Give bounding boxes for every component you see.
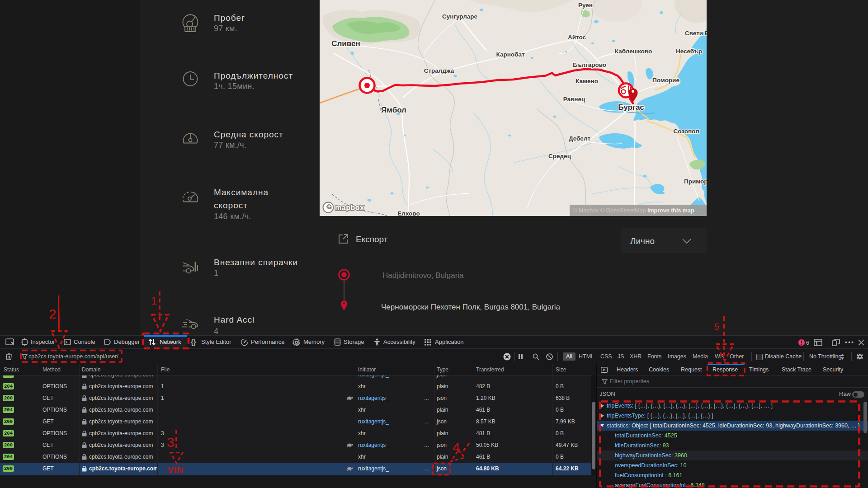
svg-text:Несебър: Несебър: [676, 48, 702, 55]
svg-text:Дебелт: Дебелт: [569, 135, 591, 142]
svg-text:Ямбол: Ямбол: [381, 106, 406, 114]
svg-text:Сливен: Сливен: [331, 39, 360, 48]
svg-text:Приморск: Приморск: [684, 178, 707, 185]
svg-text:Бургас: Бургас: [618, 103, 644, 112]
svg-text:Свети Влас: Свети Влас: [685, 30, 707, 37]
svg-text:{}: {}: [191, 338, 196, 346]
svg-text:6: 6: [806, 340, 809, 346]
svg-text:1: 1: [151, 295, 157, 307]
svg-text:Камено: Камено: [576, 78, 598, 84]
svg-text:Елхово: Елхово: [397, 210, 420, 216]
svg-text:Руен: Руен: [578, 2, 593, 9]
svg-text:Сунгурларе: Сунгурларе: [442, 13, 478, 20]
svg-text:© Mapbox © OpenStreetMap Impro: © Mapbox © OpenStreetMap Improve this ma…: [573, 207, 694, 214]
svg-text:mapbox: mapbox: [335, 204, 364, 211]
svg-text:5: 5: [714, 322, 719, 332]
svg-text:Созопол: Созопол: [673, 128, 699, 135]
svg-text:Стралджа: Стралджа: [424, 67, 454, 74]
svg-text:Българово: Българово: [573, 61, 606, 68]
svg-text:Айтос: Айтос: [568, 34, 586, 41]
svg-text:Каблешково: Каблешково: [615, 48, 652, 55]
svg-text:Карнобат: Карнобат: [496, 51, 524, 58]
svg-text:Поморие: Поморие: [652, 77, 679, 84]
svg-text:Средец: Средец: [548, 153, 571, 160]
svg-text:Равнец: Равнец: [563, 96, 585, 103]
